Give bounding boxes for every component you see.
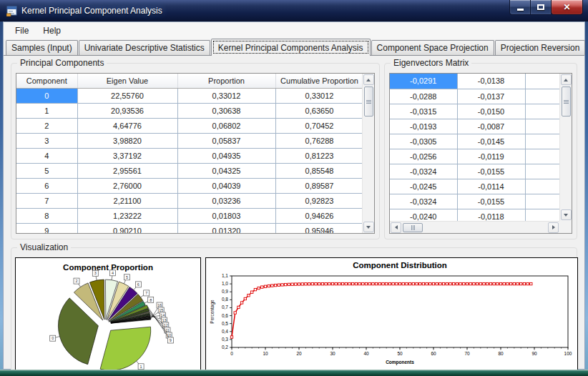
- grid-cell[interactable]: 0,90210: [77, 223, 177, 233]
- grid-cell[interactable]: 7: [16, 193, 77, 208]
- column-header[interactable]: Component: [16, 74, 77, 88]
- grid-cell[interactable]: 0,63650: [275, 103, 362, 118]
- grid-cell[interactable]: -0,0305: [390, 134, 457, 149]
- grid-cell[interactable]: -0,0138: [457, 74, 525, 89]
- grid-cell[interactable]: 4: [16, 148, 77, 163]
- grid-cell[interactable]: 0,95946: [275, 223, 362, 233]
- grid-cell[interactable]: 2: [16, 118, 77, 133]
- grid-cell[interactable]: -0,0240: [390, 209, 457, 221]
- grid-cell[interactable]: 2,95561: [77, 163, 177, 178]
- grid-cell[interactable]: 0,70452: [275, 118, 362, 133]
- grid-cell[interactable]: -0,0087: [457, 119, 525, 134]
- grid-cell[interactable]: 0,0: [525, 104, 559, 119]
- grid-cell[interactable]: 22,55760: [77, 88, 177, 103]
- grid-cell[interactable]: 3,98820: [77, 133, 177, 148]
- grid-cell[interactable]: -0,0155: [457, 194, 525, 209]
- grid-cell[interactable]: 0,81223: [275, 148, 362, 163]
- grid-cell[interactable]: 0,01803: [177, 208, 275, 223]
- grid-cell[interactable]: 6: [16, 178, 77, 193]
- grid-cell[interactable]: -0,0: [525, 74, 559, 89]
- scrollbar-thumb[interactable]: [562, 86, 571, 117]
- grid-cell[interactable]: 0,06802: [177, 118, 275, 133]
- grid-cell[interactable]: 0,01320: [177, 223, 275, 233]
- grid-cell[interactable]: 0,76288: [275, 133, 362, 148]
- titlebar[interactable]: Kernel Principal Component Analysis ✕: [0, 0, 588, 21]
- grid-cell[interactable]: -0,0288: [390, 89, 457, 104]
- column-header[interactable]: Cumulative Proportion: [275, 74, 362, 88]
- grid-cell[interactable]: 0,04039: [177, 178, 275, 193]
- tab-kernel-principal-components-analysis[interactable]: Kernel Principal Components Analysis: [211, 39, 371, 56]
- grid-cell[interactable]: 2,21100: [77, 193, 177, 208]
- grid-cell[interactable]: -0,0315: [390, 104, 457, 119]
- grid-cell[interactable]: 0,92823: [275, 193, 362, 208]
- grid-cell[interactable]: -0,0245: [390, 179, 457, 194]
- grid-cell[interactable]: 20,93536: [77, 103, 177, 118]
- grid-cell[interactable]: 0,05837: [177, 133, 275, 148]
- grid-cell[interactable]: 0,0: [525, 194, 559, 209]
- tab-component-space-projection[interactable]: Component Space Projection: [371, 40, 494, 55]
- minimize-button[interactable]: [509, 0, 530, 15]
- grid-cell[interactable]: 0,0: [525, 89, 559, 104]
- grid-cell[interactable]: 0,0: [525, 209, 559, 221]
- scrollbar-thumb[interactable]: [403, 223, 423, 232]
- grid-cell[interactable]: 0,04325: [177, 163, 275, 178]
- menu-help[interactable]: Help: [36, 24, 68, 38]
- scroll-right-button[interactable]: [548, 222, 559, 233]
- grid-cell[interactable]: 0,94626: [275, 208, 362, 223]
- tab-univariate-descriptive-statistics[interactable]: Univariate Descriptive Statistics: [79, 40, 210, 55]
- grid-cell[interactable]: -0,0150: [457, 104, 525, 119]
- column-header[interactable]: Eigen Value: [77, 74, 177, 88]
- grid-cell[interactable]: -0,0145: [457, 134, 525, 149]
- grid-cell[interactable]: -0,0118: [457, 209, 525, 221]
- scroll-down-button[interactable]: [561, 209, 572, 220]
- grid-cell[interactable]: -0,0291: [390, 74, 457, 89]
- tab-projection-reversion[interactable]: Projection Reversion: [495, 40, 586, 55]
- grid-cell[interactable]: 0,33012: [275, 88, 362, 103]
- scroll-left-button[interactable]: [391, 222, 401, 233]
- grid-cell[interactable]: 0,33012: [177, 88, 275, 103]
- grid-cell[interactable]: -0,0137: [457, 89, 525, 104]
- grid-cell[interactable]: 0,85548: [275, 163, 362, 178]
- grid-cell[interactable]: 9: [16, 223, 77, 233]
- scroll-up-button[interactable]: [561, 74, 572, 85]
- grid-cell[interactable]: 1: [16, 103, 77, 118]
- grid-cell[interactable]: 3,37192: [77, 148, 177, 163]
- grid-cell[interactable]: 8: [16, 208, 77, 223]
- grid-cell[interactable]: -0,0119: [457, 149, 525, 164]
- grid-cell[interactable]: 3: [16, 133, 77, 148]
- grid-cell[interactable]: -0,0: [525, 179, 559, 194]
- menu-file[interactable]: File: [8, 24, 36, 38]
- maximize-button[interactable]: [530, 0, 551, 15]
- grid-cell[interactable]: 0,03236: [177, 193, 275, 208]
- header-row: ComponentEigen ValueProportionCumulative…: [16, 74, 362, 88]
- tab-samples-input[interactable]: Samples (Input): [6, 40, 78, 55]
- scrollbar-thumb[interactable]: [364, 86, 373, 117]
- scroll-down-button[interactable]: [363, 222, 374, 232]
- grid-cell[interactable]: 0,04935: [177, 148, 275, 163]
- grid-cell[interactable]: 0,0: [525, 134, 559, 149]
- grid-cell[interactable]: 5: [16, 163, 77, 178]
- grid-cell[interactable]: -0,0: [525, 119, 559, 134]
- scroll-up-button[interactable]: [363, 74, 374, 85]
- vertical-scrollbar[interactable]: [559, 74, 572, 221]
- grid-cell[interactable]: -0,0324: [390, 164, 457, 179]
- grid-cell[interactable]: 4,64776: [77, 118, 177, 133]
- grid-cell[interactable]: -0,0155: [457, 164, 525, 179]
- grid-cell[interactable]: -0,0256: [390, 149, 457, 164]
- vertical-scrollbar[interactable]: [362, 74, 374, 233]
- grid-cell[interactable]: 0,0: [525, 164, 559, 179]
- grid-cell[interactable]: -0,0: [525, 149, 559, 164]
- grid-cell[interactable]: 0,89587: [275, 178, 362, 193]
- grid-cell[interactable]: 2,76000: [77, 178, 177, 193]
- column-header[interactable]: Proportion: [177, 74, 275, 88]
- grid-cell[interactable]: -0,0114: [457, 179, 525, 194]
- grid-cell[interactable]: -0,0324: [390, 194, 457, 209]
- horizontal-scrollbar[interactable]: [390, 221, 559, 233]
- grid-cell[interactable]: 0,30638: [177, 103, 275, 118]
- grid-cell[interactable]: 0: [16, 88, 77, 103]
- grid-cell[interactable]: 1,23222: [77, 208, 177, 223]
- grid-cell[interactable]: -0,0193: [390, 119, 457, 134]
- data-point-marker: [264, 285, 266, 287]
- close-button[interactable]: ✕: [551, 0, 583, 15]
- pie-chart: Component Proportion01161514131211109876…: [16, 258, 200, 372]
